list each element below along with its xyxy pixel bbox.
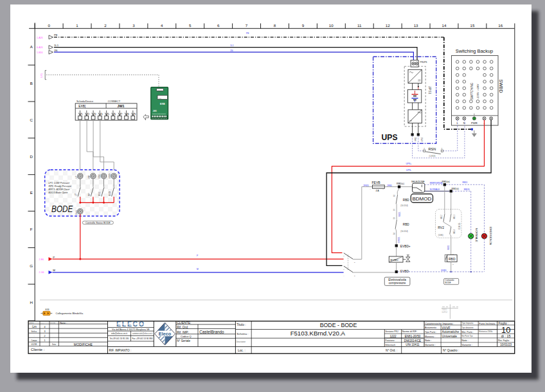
svg-text:UPS: UPS <box>382 132 398 142</box>
svg-text:EMERGENZA: EMERGENZA <box>430 182 443 184</box>
svg-text:10/01/23: 10/01/23 <box>500 343 512 346</box>
svg-text:9: 9 <box>134 112 136 116</box>
svg-text:di : 15: di : 15 <box>501 334 511 338</box>
svg-text:Collegamento BlindoVia: Collegamento BlindoVia <box>56 312 84 315</box>
svg-text:1N: 1N <box>230 49 233 52</box>
svg-text:EVBD: EVBD <box>391 258 398 262</box>
svg-text:BODE: BODE <box>445 281 451 284</box>
svg-text:RP1: Ready Pressure: RP1: Ready Pressure <box>49 185 72 188</box>
svg-text:7: 7 <box>121 112 122 116</box>
svg-text:CastelBrando: CastelBrando <box>199 330 224 334</box>
svg-text:BDC: BDC <box>98 174 101 179</box>
svg-text:IM5-2: IM5-2 <box>440 215 443 219</box>
svg-text:D: D <box>30 154 33 159</box>
svg-text:Variante :: Variante : <box>425 343 436 346</box>
svg-text:Titolo :: Titolo : <box>237 323 246 326</box>
svg-text:RBD1: RBD1 <box>463 181 468 184</box>
svg-text:Switching Backup: Switching Backup <box>456 48 493 54</box>
svg-text:EVBD-: EVBD- <box>400 270 410 273</box>
svg-text:E10 35: E10 35 <box>458 222 461 229</box>
svg-text:10/F12: 10/F12 <box>442 311 447 314</box>
svg-text:5: 5 <box>108 112 109 116</box>
svg-text:6: 6 <box>114 112 116 116</box>
svg-text:UPS1: UPS1 <box>428 86 432 94</box>
svg-text:Universale: Universale <box>442 334 458 338</box>
svg-text::Lm: :Lm <box>31 325 37 328</box>
svg-text:Descrizione:: Descrizione: <box>237 341 246 343</box>
svg-text:IM5-1: IM5-1 <box>453 215 456 219</box>
svg-text:Rif. IMP.:: Rif. IMP.: <box>177 331 189 334</box>
svg-text:21: 21 <box>393 217 395 220</box>
svg-text:EVBD: EVBD <box>442 269 447 272</box>
svg-text:1: 1 <box>82 112 83 116</box>
svg-text:5: 5 <box>189 23 192 28</box>
svg-text:F5103.KBrnd.V20.A: F5103.KBrnd.V20.A <box>290 330 346 337</box>
svg-text:(1-E13): (1-E13) <box>429 155 436 157</box>
svg-text:3: 3 <box>132 23 135 28</box>
svg-text:P: P <box>53 256 55 259</box>
svg-text:RBD(c): RBD(c) <box>397 183 404 185</box>
svg-text:6-F5: 6-F5 <box>40 73 43 78</box>
svg-text:Codice Q: Codice Q <box>181 335 192 338</box>
svg-text:Posizione:: Posizione: <box>385 339 395 342</box>
svg-text:Variante :: Variante : <box>461 343 472 346</box>
svg-text:Foglio :: Foglio : <box>499 322 509 325</box>
svg-text:1: 1 <box>76 23 78 28</box>
svg-text:DM/2014/CE: DM/2014/CE <box>404 339 421 343</box>
svg-text:BODE: BODE <box>51 204 73 214</box>
svg-text:EXB: EXB <box>46 308 49 311</box>
svg-text:H: H <box>30 300 32 305</box>
svg-text:4: 4 <box>161 23 163 28</box>
svg-text:N: N <box>463 121 465 125</box>
svg-text:Avviamento:: Avviamento: <box>425 326 437 329</box>
svg-text:Fax +39 041 53 84 884: Fax +39 041 53 84 884 <box>132 337 152 340</box>
svg-text:1L1: 1L1 <box>54 44 59 47</box>
svg-text:JW1: JW1 <box>117 104 124 108</box>
svg-text:24: 24 <box>393 233 395 235</box>
svg-text:CONNECT: CONNECT <box>108 100 121 103</box>
svg-text:SELEZIONE: SELEZIONE <box>411 181 425 183</box>
svg-text:LP1: LOW Pressure: LP1: LOW Pressure <box>49 182 70 184</box>
svg-text:N° Ord. :: N° Ord. : <box>386 349 397 352</box>
svg-text:E: E <box>30 190 33 195</box>
svg-text:SWITCHING: SWITCHING <box>470 82 474 100</box>
svg-text:0: 0 <box>48 23 50 28</box>
svg-text:Note :: Note : <box>425 339 432 342</box>
svg-text:2FWD: 2FWD <box>363 184 369 187</box>
svg-text:Verifica:: Verifica: <box>31 330 37 333</box>
svg-text:Elettrovalvola: Elettrovalvola <box>388 278 406 281</box>
svg-text:16: 16 <box>498 23 503 28</box>
svg-text:0123K: 0123K <box>31 343 37 346</box>
svg-text:Via dell'Avena 4 30175 Margher: Via dell'Avena 4 30175 Marghera VE <box>112 328 150 331</box>
svg-text:info@eleco-ve.it: info@eleco-ve.it <box>111 332 127 335</box>
svg-text:Note :: Note : <box>60 321 67 325</box>
svg-text:CLIENTE:: CLIENTE: <box>177 321 191 325</box>
svg-text:PE: PE <box>246 32 249 35</box>
svg-text:VVVF: VVVF <box>442 326 451 330</box>
svg-text:Tipo dotazione: Tipo dotazione <box>461 326 474 329</box>
svg-text:BODE - BODE: BODE - BODE <box>320 322 357 328</box>
svg-text:4: 4 <box>44 326 45 328</box>
svg-text:2: 2 <box>44 335 45 337</box>
svg-text:M: M <box>197 268 199 271</box>
svg-text:2: 2 <box>88 112 89 116</box>
svg-text:BDO: BDO <box>109 174 111 179</box>
svg-text:Campio: Campio <box>31 339 37 342</box>
svg-text:commerciale@eleco-ve.it: commerciale@eleco-ve.it <box>132 332 153 335</box>
svg-text:N° Quadro :: N° Quadro : <box>443 349 459 352</box>
svg-text:RIF. IMPIANTO :: RIF. IMPIANTO : <box>109 349 132 352</box>
svg-text:ELECO: ELECO <box>116 321 145 328</box>
svg-text:4 A: 4 A <box>376 190 380 192</box>
svg-text:RBD(r): RBD(r) <box>452 188 459 190</box>
svg-text:Note :: Note : <box>461 339 469 342</box>
svg-text:1N: 1N <box>54 49 57 52</box>
svg-text:Elettronico 230Va: Elettronico 230Va <box>479 330 493 333</box>
svg-text:11: 11 <box>393 209 395 211</box>
svg-text:14: 14 <box>393 195 395 197</box>
svg-text:RP: RP <box>88 175 91 178</box>
svg-text:(10-D14): (10-D14) <box>400 230 407 233</box>
svg-text:BDC1: BODE Close: BDC1: BODE Close <box>49 188 70 191</box>
svg-text:10: 10 <box>501 325 510 335</box>
svg-text:2-G6: 2-G6 <box>39 271 44 274</box>
svg-text:RBD1: RBD1 <box>447 245 450 250</box>
